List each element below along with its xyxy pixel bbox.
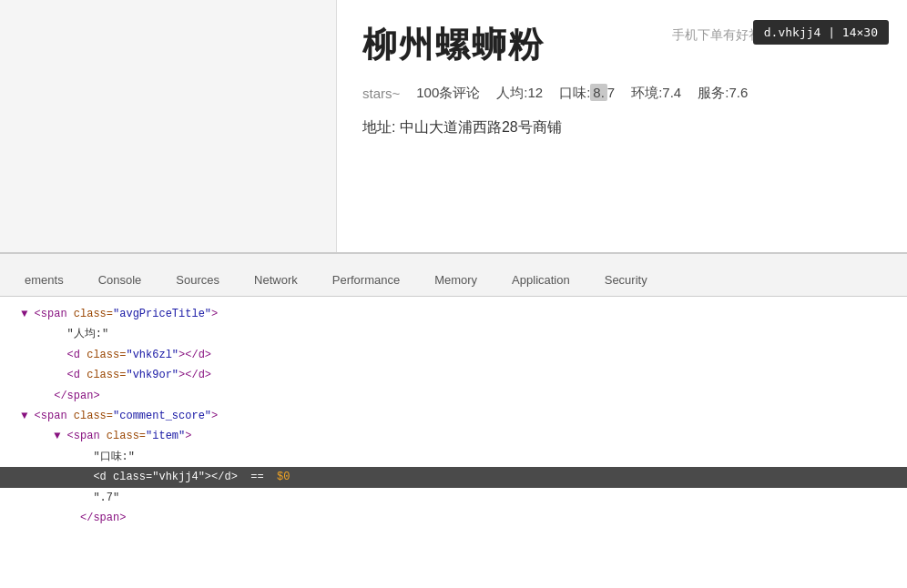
preview-panel: 柳州螺蛳粉 手机下单有好礼 d.vhkjj4 | 14×30 stars~ 10… [0,0,907,253]
tab-sources[interactable]: Sources [158,263,237,296]
reviews-count: 100条评论 [416,85,480,102]
code-line-selected[interactable]: <d class="vhkjj4"></d> == $0 [0,467,907,487]
code-line: <d class="vhk6zl"></d> [0,345,907,365]
tab-security[interactable]: Security [587,263,665,296]
tab-application-label: Application [512,273,570,287]
address: 地址: 中山大道浦西路28号商铺 [362,118,882,137]
tab-console[interactable]: Console [81,263,159,296]
tab-security-label: Security [605,273,647,287]
taste-score: 口味:8.7 [559,85,615,102]
phone-hint: 手机下单有好礼 [672,27,761,44]
code-line: ".7" [0,488,907,508]
taste-label: 口味: [559,85,590,100]
service-score: 服务:7.6 [698,85,748,102]
code-panel[interactable]: ▼ <span class="avgPriceTitle"> "人均:" <d … [0,297,907,588]
info-row: stars~ 100条评论 人均:12 口味:8.7 环境:7.4 服务:7.6 [362,85,882,102]
code-line: ▼ <span class="comment_score"> [0,406,907,426]
preview-content: 柳州螺蛳粉 手机下单有好礼 d.vhkjj4 | 14×30 stars~ 10… [337,0,907,252]
tab-elements[interactable]: ements [7,263,81,296]
tab-memory-label: Memory [434,273,477,287]
avg-price-value: 12 [527,85,543,100]
code-line: "口味:" [0,447,907,467]
taste-rest: 7 [607,85,615,100]
avg-price: 人均:12 [496,85,543,102]
taste-highlight: 8. [590,84,607,101]
code-line: ▼ <span class="item"> [0,426,907,446]
tab-console-label: Console [98,273,142,287]
tab-network[interactable]: Network [237,263,315,296]
preview-left-panel [0,0,337,252]
tab-performance[interactable]: Performance [315,263,417,296]
env-score: 环境:7.4 [631,85,681,102]
stars-label: stars~ [362,86,400,101]
tab-elements-label: ements [25,273,64,287]
tab-sources-label: Sources [176,273,219,287]
code-line: <d class="vhk9or"></d> [0,365,907,385]
devtools-tab-bar: ements Console Sources Network Performan… [0,253,907,297]
tab-performance-label: Performance [332,273,400,287]
code-line: </span> [0,508,907,528]
tooltip-popup: d.vhkjj4 | 14×30 [753,20,889,45]
avg-price-label: 人均: [496,85,527,100]
tab-application[interactable]: Application [494,263,587,296]
tab-memory[interactable]: Memory [417,263,494,296]
code-line: </span> [0,386,907,406]
tab-network-label: Network [254,273,298,287]
code-line: "人均:" [0,324,907,344]
code-line: ▼ <span class="avgPriceTitle"> [0,304,907,324]
